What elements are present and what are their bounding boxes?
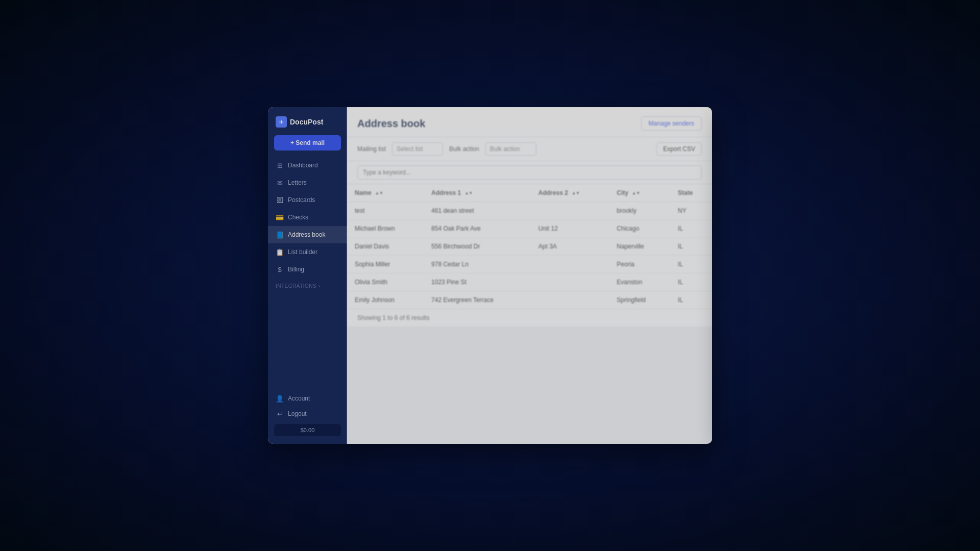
app-window: ✈ DocuPost + Send mail ⊞ Dashboard ✉ Let…: [268, 107, 712, 444]
modal-backdrop[interactable]: [268, 107, 712, 444]
